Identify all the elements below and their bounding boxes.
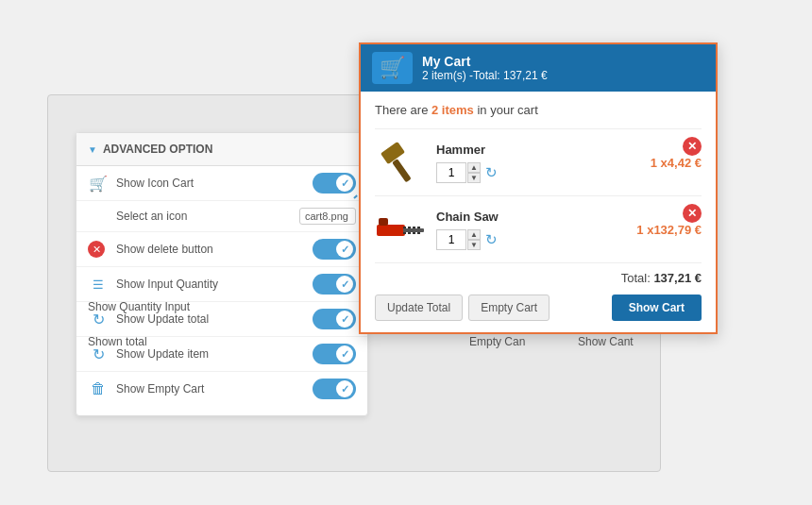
- cart-header: 🛒 My Cart 2 item(s) -Total: 137,21 €: [361, 44, 716, 92]
- svg-rect-5: [403, 227, 406, 228]
- chainsaw-image: [375, 206, 427, 253]
- show-cart-button[interactable]: Show Cart: [612, 295, 702, 321]
- advanced-option-title: ADVANCED OPTION: [103, 143, 212, 156]
- toggle-track-update-total: ✓: [313, 309, 356, 329]
- cart-title: My Cart: [422, 54, 548, 69]
- option-row-select-icon: Select an icon: [76, 201, 367, 232]
- shown-total-label: Shown total: [88, 335, 147, 348]
- cart-total: Total: 137,21 €: [375, 262, 702, 295]
- hammer-delete-button[interactable]: ✕: [683, 137, 702, 156]
- collapse-arrow-icon: ▼: [88, 144, 97, 155]
- svg-rect-2: [392, 159, 412, 182]
- svg-rect-10: [408, 232, 411, 234]
- svg-rect-9: [403, 232, 406, 234]
- empty-cart-icon: 🗑: [88, 379, 109, 399]
- advanced-options-panel: ▼ ADVANCED OPTION 🛒 Show Icon Cart ✓ Sel…: [76, 132, 368, 416]
- show-empty-cart-label: Show Empty Cart: [116, 382, 313, 396]
- empty-can-label: Empty Can: [469, 335, 525, 348]
- cart-intro-text: There are: [375, 103, 428, 117]
- hammer-spinners: ▲ ▼: [467, 162, 481, 183]
- show-cant-label: Show Cant: [578, 335, 634, 348]
- toggle-check-empty-cart: ✓: [341, 383, 349, 396]
- cart-intro-suffix: in your cart: [477, 103, 537, 117]
- show-icon-cart-label: Show Icon Cart: [116, 177, 313, 190]
- cart-intro-count: 2 items: [431, 103, 474, 117]
- svg-rect-6: [408, 227, 411, 228]
- hammer-name: Hammer: [436, 143, 626, 157]
- option-row-show-empty-cart: 🗑 Show Empty Cart ✓: [76, 372, 367, 406]
- cart-total-label: Total:: [621, 271, 651, 285]
- svg-rect-8: [417, 227, 420, 228]
- toggle-check-icon: ✓: [341, 177, 349, 190]
- show-update-item-toggle[interactable]: ✓: [313, 344, 356, 364]
- show-update-total-toggle[interactable]: ✓: [313, 309, 356, 329]
- hammer-refresh-icon[interactable]: ↻: [485, 164, 498, 181]
- chainsaw-spinners: ▲ ▼: [467, 229, 481, 250]
- select-icon-input[interactable]: [299, 208, 356, 225]
- hammer-qty-down[interactable]: ▼: [467, 173, 481, 183]
- toggle-track-empty-cart: ✓: [313, 379, 356, 399]
- toggle-thumb-qty: ✓: [336, 276, 353, 293]
- cart-intro: There are 2 items in your cart: [375, 103, 702, 117]
- hammer-details: Hammer ▲ ▼ ↻: [436, 143, 626, 183]
- hammer-price: 1 x4,42 €: [626, 156, 702, 170]
- cart-item-chainsaw: Chain Saw ▲ ▼ ↻ 1 x132,79 € ✕: [375, 195, 702, 262]
- chainsaw-qty-up[interactable]: ▲: [467, 229, 481, 240]
- show-quantity-input-label: Show Quantity Input: [88, 300, 190, 313]
- svg-rect-12: [417, 232, 420, 234]
- toggle-thumb-empty-cart: ✓: [336, 380, 353, 397]
- toggle-thumb-update-total: ✓: [336, 311, 353, 328]
- select-icon-label: Select an icon: [88, 210, 299, 223]
- show-delete-label: Show delete button: [116, 243, 313, 256]
- toggle-track-delete: ✓: [313, 239, 356, 260]
- chainsaw-qty-row: ▲ ▼ ↻: [436, 229, 626, 250]
- empty-cart-button[interactable]: Empty Cart: [468, 295, 550, 321]
- show-input-qty-toggle[interactable]: ✓: [313, 274, 356, 295]
- toggle-track-qty: ✓: [313, 274, 356, 295]
- cart-item-hammer: Hammer ▲ ▼ ↻ 1 x4,42 € ✕: [375, 128, 702, 195]
- show-empty-cart-toggle[interactable]: ✓: [313, 379, 356, 399]
- show-input-qty-label: Show Input Quantity: [116, 278, 313, 291]
- cart-header-text: My Cart 2 item(s) -Total: 137,21 €: [422, 54, 548, 82]
- option-row-show-input-qty: ☰ Show Input Quantity ✓: [76, 267, 367, 302]
- show-delete-toggle[interactable]: ✓: [313, 239, 356, 260]
- svg-rect-4: [403, 228, 424, 232]
- toggle-check-update-item: ✓: [341, 348, 349, 361]
- chainsaw-price: 1 x132,79 €: [626, 223, 702, 237]
- cart-body: There are 2 items in your cart Hammer: [361, 92, 716, 332]
- svg-rect-7: [413, 227, 415, 228]
- hammer-image: [375, 139, 427, 186]
- toggle-check-qty: ✓: [341, 278, 349, 291]
- hammer-qty-up[interactable]: ▲: [467, 162, 481, 173]
- toggle-track-update-item: ✓: [313, 344, 356, 364]
- chainsaw-details: Chain Saw ▲ ▼ ↻: [436, 210, 626, 250]
- toggle-check-update-total: ✓: [341, 313, 349, 326]
- cart-subtitle: 2 item(s) -Total: 137,21 €: [422, 69, 548, 82]
- delete-icon: ✕: [88, 241, 105, 258]
- svg-rect-13: [379, 218, 388, 226]
- update-total-button[interactable]: Update Total: [375, 295, 463, 321]
- svg-rect-1: [380, 142, 404, 164]
- cart-total-value: 137,21 €: [653, 271, 702, 285]
- hammer-qty-input[interactable]: [436, 162, 466, 183]
- cart-panel: 🛒 My Cart 2 item(s) -Total: 137,21 € The…: [359, 42, 718, 334]
- chainsaw-qty-input[interactable]: [436, 229, 466, 250]
- option-row-show-icon-cart: 🛒 Show Icon Cart ✓: [76, 166, 367, 201]
- chainsaw-qty-down[interactable]: ▼: [467, 240, 481, 250]
- hammer-qty-row: ▲ ▼ ↻: [436, 162, 626, 183]
- advanced-option-header: ▼ ADVANCED OPTION: [76, 133, 367, 166]
- cart-basket-icon: 🛒: [372, 52, 413, 84]
- toggle-thumb-delete: ✓: [336, 241, 353, 258]
- svg-rect-3: [377, 225, 405, 236]
- option-row-show-delete: ✕ Show delete button ✓: [76, 232, 367, 267]
- input-qty-icon: ☰: [88, 274, 109, 295]
- cart-actions: Update Total Empty Cart Show Cart: [375, 295, 702, 321]
- toggle-thumb-update-item: ✓: [336, 345, 353, 362]
- toggle-check-delete: ✓: [341, 244, 349, 256]
- cart-icon: 🛒: [88, 173, 109, 194]
- chainsaw-name: Chain Saw: [436, 210, 626, 224]
- chainsaw-refresh-icon[interactable]: ↻: [485, 231, 498, 248]
- chainsaw-delete-button[interactable]: ✕: [683, 204, 702, 223]
- show-update-item-label: Show Update item: [116, 347, 313, 361]
- svg-rect-11: [413, 232, 415, 234]
